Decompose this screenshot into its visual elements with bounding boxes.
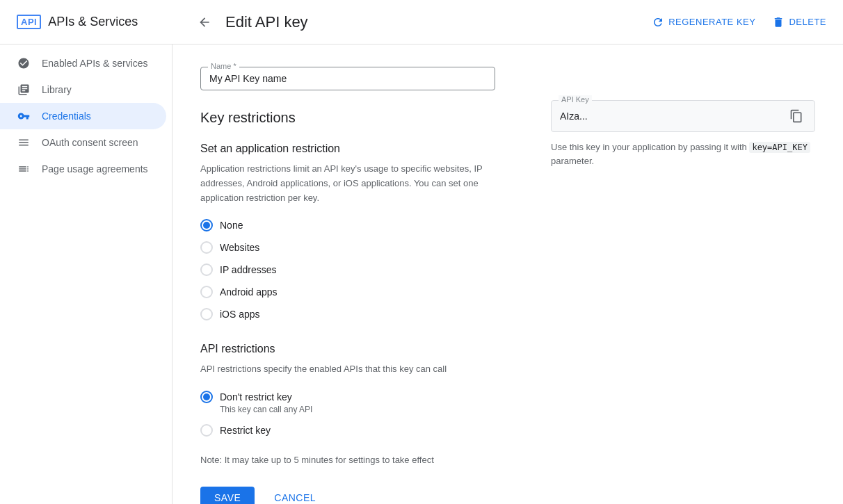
radio-restrict-key-circle — [200, 424, 213, 437]
copy-api-key-button[interactable] — [787, 106, 806, 126]
name-field-wrapper: Name * — [200, 67, 495, 90]
app-restriction-desc: Application restrictions limit an API ke… — [200, 162, 495, 205]
back-button[interactable] — [195, 13, 214, 32]
header-actions: REGENERATE KEY DELETE — [652, 16, 826, 29]
radio-dont-restrict-label: Don't restrict key — [220, 391, 292, 403]
api-key-label: API Key — [559, 95, 592, 104]
sidebar-item-enabled-apis[interactable]: Enabled APIs & services — [0, 50, 166, 76]
sidebar-item-oauth[interactable]: OAuth consent screen — [0, 129, 166, 156]
radio-android[interactable]: Android apps — [200, 286, 495, 298]
page-header: Edit API key REGENERATE KEY DELETE — [189, 13, 826, 32]
sidebar-item-credentials[interactable]: Credentials — [0, 103, 166, 129]
library-icon — [17, 83, 31, 96]
right-column: API Key AIza... Use this key in your app… — [551, 67, 815, 504]
api-key-value: AIza... — [560, 111, 787, 122]
sidebar-label-oauth: OAuth consent screen — [42, 137, 138, 148]
radio-ip-label: IP addresses — [220, 264, 276, 275]
note-text: Note: It may take up to 5 minutes for se… — [200, 453, 495, 467]
name-field-group: Name * — [200, 67, 495, 90]
regenerate-key-button[interactable]: REGENERATE KEY — [652, 16, 755, 29]
radio-dont-restrict[interactable]: Don't restrict key — [200, 391, 495, 403]
page-usage-icon — [17, 163, 31, 175]
sidebar-label-library: Library — [42, 84, 72, 95]
app-restriction-radio-group: None Websites IP addresses — [200, 219, 495, 320]
radio-restrict-key-label: Restrict key — [220, 425, 271, 436]
api-key-desc-prefix: Use this key in your application by pass… — [551, 142, 749, 152]
radio-websites-label: Websites — [220, 242, 259, 253]
save-button[interactable]: SAVE — [200, 487, 255, 504]
api-key-desc-code: key=API_KEY — [749, 142, 810, 153]
api-logo-badge: API — [17, 15, 41, 29]
cancel-button[interactable]: CANCEL — [260, 487, 330, 504]
key-restrictions-title: Key restrictions — [200, 110, 495, 126]
radio-websites-circle — [200, 241, 213, 254]
name-input[interactable] — [209, 73, 486, 84]
left-column: Name * Key restrictions Set an applicati… — [200, 67, 495, 504]
name-field-label: Name * — [208, 62, 239, 70]
sidebar-label-enabled-apis: Enabled APIs & services — [42, 58, 148, 69]
radio-dont-restrict-sublabel: This key can call any API — [200, 405, 495, 414]
main-layout: Enabled APIs & services Library Credenti… — [0, 44, 843, 504]
api-restrictions-section: API restrictions API restrictions specif… — [200, 343, 495, 437]
api-key-desc-suffix: parameter. — [551, 156, 594, 166]
api-key-description: Use this key in your application by pass… — [551, 140, 815, 168]
api-key-wrapper: API Key AIza... — [551, 100, 815, 132]
radio-dont-restrict-circle — [200, 391, 213, 403]
action-buttons: SAVE CANCEL — [200, 487, 495, 504]
enabled-apis-icon — [17, 57, 31, 70]
sidebar: Enabled APIs & services Library Credenti… — [0, 44, 172, 504]
delete-button[interactable]: DELETE — [772, 16, 826, 29]
content-area: Name * Key restrictions Set an applicati… — [172, 44, 843, 504]
sidebar-label-credentials: Credentials — [42, 111, 91, 122]
app-title: APIs & Services — [48, 15, 138, 29]
api-restrictions-title: API restrictions — [200, 343, 495, 355]
oauth-icon — [17, 136, 31, 149]
api-restriction-radio-group: Don't restrict key This key can call any… — [200, 391, 495, 437]
radio-ios[interactable]: iOS apps — [200, 308, 495, 320]
sidebar-item-page-usage[interactable]: Page usage agreements — [0, 156, 166, 182]
sidebar-label-page-usage: Page usage agreements — [42, 163, 148, 174]
radio-ip-circle — [200, 263, 213, 276]
radio-ios-label: iOS apps — [220, 309, 260, 320]
sidebar-item-library[interactable]: Library — [0, 76, 166, 103]
api-restrictions-desc: API restrictions specify the enabled API… — [200, 362, 495, 377]
top-header: API APIs & Services Edit API key REGENER… — [0, 0, 843, 44]
app-logo: API APIs & Services — [17, 15, 189, 29]
radio-android-circle — [200, 286, 213, 298]
radio-websites[interactable]: Websites — [200, 241, 495, 254]
radio-restrict-key[interactable]: Restrict key — [200, 424, 495, 437]
radio-android-label: Android apps — [220, 286, 278, 298]
app-restriction-title: Set an application restriction — [200, 143, 495, 155]
credentials-icon — [17, 110, 31, 122]
radio-none-label: None — [220, 220, 243, 231]
radio-none[interactable]: None — [200, 219, 495, 231]
content-inner: Name * Key restrictions Set an applicati… — [200, 67, 815, 504]
radio-none-circle — [200, 219, 213, 231]
radio-ios-circle — [200, 308, 213, 320]
api-radio-dont-restrict-wrapper: Don't restrict key This key can call any… — [200, 391, 495, 414]
radio-ip[interactable]: IP addresses — [200, 263, 495, 276]
page-title: Edit API key — [225, 13, 641, 31]
